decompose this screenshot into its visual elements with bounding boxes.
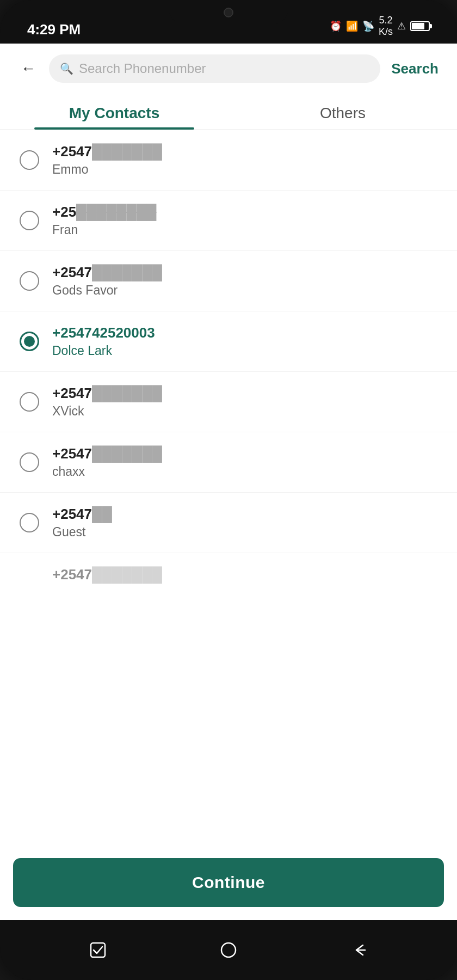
contact-info-4: +254742520003 Dolce Lark <box>52 324 155 358</box>
list-item[interactable]: +2547███████ XVick <box>0 372 457 432</box>
contact-info-5: +2547███████ XVick <box>52 385 162 419</box>
battery-icon <box>410 21 430 31</box>
contact-name-3: Gods Favor <box>52 283 162 298</box>
radio-button-5[interactable] <box>20 392 39 412</box>
contacts-list: +2547███████ Emmo +25████████ Fran +2547… <box>0 130 457 920</box>
list-item[interactable]: +2547██ Guest <box>0 493 457 553</box>
app-screen: ← 🔍 Search Phonenumber Search My Contact… <box>0 44 457 920</box>
list-item[interactable]: +2547███████ <box>0 553 457 596</box>
tabs: My Contacts Others <box>0 94 457 130</box>
alarm-icon: ⏰ <box>330 20 342 32</box>
contact-phone-4: +254742520003 <box>52 324 155 341</box>
tab-my-contacts[interactable]: My Contacts <box>0 94 228 130</box>
search-button[interactable]: Search <box>389 60 441 77</box>
contact-name-7: Guest <box>52 525 112 540</box>
search-input[interactable]: Search Phonenumber <box>79 61 369 76</box>
contact-info-3: +2547███████ Gods Favor <box>52 264 162 298</box>
contact-name-1: Emmo <box>52 162 162 177</box>
nav-home-icon[interactable] <box>217 938 240 962</box>
list-item[interactable]: +2547███████ Gods Favor <box>0 251 457 311</box>
contact-phone-8: +2547███████ <box>52 566 162 583</box>
continue-button-wrap: Continue <box>0 848 457 920</box>
camera <box>224 8 233 17</box>
radio-button-1[interactable] <box>20 150 39 170</box>
contact-info-1: +2547███████ Emmo <box>52 143 162 177</box>
contact-phone-5: +2547███████ <box>52 385 162 402</box>
list-item-selected[interactable]: +254742520003 Dolce Lark <box>0 311 457 372</box>
search-icon: 🔍 <box>60 62 73 75</box>
contact-phone-6: +2547███████ <box>52 445 162 462</box>
radio-button-6[interactable] <box>20 452 39 472</box>
status-time: 4:29 PM <box>27 21 81 38</box>
notch <box>169 0 288 24</box>
back-button[interactable]: ← <box>16 57 40 81</box>
contact-info-8: +2547███████ <box>52 566 162 583</box>
phone-frame: 4:29 PM ⏰ 📶 📡 5.2 K/s ⚠ ← 🔍 Search Phone… <box>0 0 457 980</box>
contact-phone-2: +25████████ <box>52 204 156 220</box>
continue-button[interactable]: Continue <box>13 858 444 907</box>
contact-phone-3: +2547███████ <box>52 264 162 281</box>
contact-name-6: chaxx <box>52 464 162 479</box>
radio-inner-4 <box>24 336 35 347</box>
nav-back-icon[interactable] <box>347 938 371 962</box>
speed-badge: 5.2 K/s <box>379 15 393 38</box>
contact-name-4: Dolce Lark <box>52 344 155 358</box>
contact-info-6: +2547███████ chaxx <box>52 445 162 479</box>
alert-icon: ⚠ <box>397 20 406 32</box>
nav-bar <box>0 920 457 980</box>
search-bar[interactable]: 🔍 Search Phonenumber <box>49 54 380 83</box>
radio-button-4[interactable] <box>20 332 39 351</box>
contact-name-2: Fran <box>52 223 156 237</box>
status-bar: 4:29 PM ⏰ 📶 📡 5.2 K/s ⚠ <box>0 0 457 44</box>
contact-phone-1: +2547███████ <box>52 143 162 160</box>
list-item[interactable]: +25████████ Fran <box>0 191 457 251</box>
header: ← 🔍 Search Phonenumber Search <box>0 44 457 94</box>
contact-name-5: XVick <box>52 404 162 419</box>
wifi-icon: 📶 <box>346 20 358 32</box>
nav-recent-icon[interactable] <box>86 938 110 962</box>
signal-icon: 📡 <box>362 20 374 32</box>
radio-button-7[interactable] <box>20 513 39 532</box>
status-icons: ⏰ 📶 📡 5.2 K/s ⚠ <box>330 15 430 38</box>
contact-phone-7: +2547██ <box>52 506 112 523</box>
contact-info-7: +2547██ Guest <box>52 506 112 540</box>
tab-others[interactable]: Others <box>228 94 457 130</box>
back-arrow-icon: ← <box>21 60 36 77</box>
svg-point-1 <box>221 943 236 957</box>
radio-button-2[interactable] <box>20 211 39 230</box>
contact-info-2: +25████████ Fran <box>52 204 156 237</box>
list-item[interactable]: +2547███████ chaxx <box>0 432 457 493</box>
list-item[interactable]: +2547███████ Emmo <box>0 130 457 191</box>
radio-button-3[interactable] <box>20 271 39 291</box>
